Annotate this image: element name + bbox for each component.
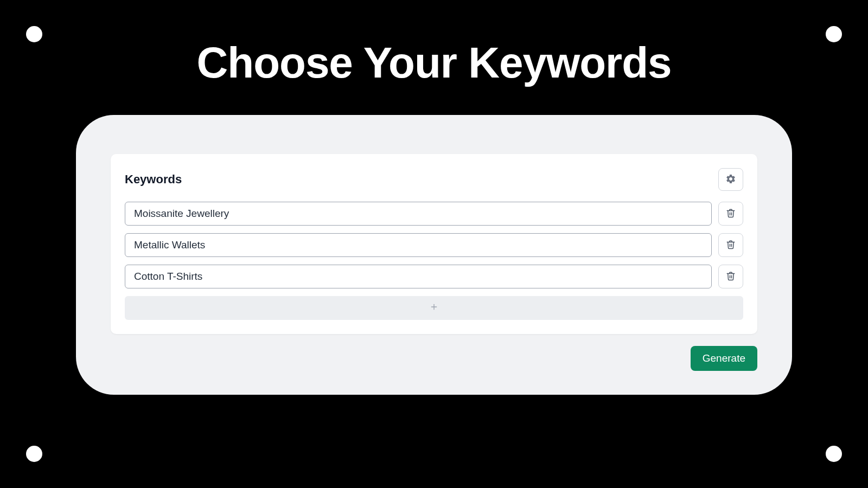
card-title: Keywords — [125, 172, 182, 187]
keyword-input[interactable] — [125, 265, 712, 288]
delete-button[interactable] — [718, 265, 743, 288]
settings-button[interactable] — [718, 168, 743, 191]
trash-icon — [726, 208, 736, 220]
delete-button[interactable] — [718, 233, 743, 257]
generate-button[interactable]: Generate — [691, 346, 757, 371]
card-header: Keywords — [125, 168, 743, 191]
decorative-dot — [26, 446, 42, 462]
plus-icon — [430, 303, 438, 313]
trash-icon — [726, 240, 736, 251]
keyword-input[interactable] — [125, 202, 712, 226]
main-panel: Keywords — [76, 115, 792, 395]
keyword-row — [125, 202, 743, 226]
trash-icon — [726, 271, 736, 282]
decorative-dot — [826, 446, 842, 462]
keyword-row — [125, 265, 743, 288]
delete-button[interactable] — [718, 202, 743, 226]
gear-icon — [725, 174, 736, 186]
keyword-row — [125, 233, 743, 257]
panel-footer: Generate — [111, 346, 757, 371]
page-title: Choose Your Keywords — [0, 38, 868, 88]
keywords-card: Keywords — [111, 154, 757, 334]
keyword-input[interactable] — [125, 233, 712, 257]
add-keyword-button[interactable] — [125, 296, 743, 320]
decorative-dot — [826, 26, 842, 42]
decorative-dot — [26, 26, 42, 42]
